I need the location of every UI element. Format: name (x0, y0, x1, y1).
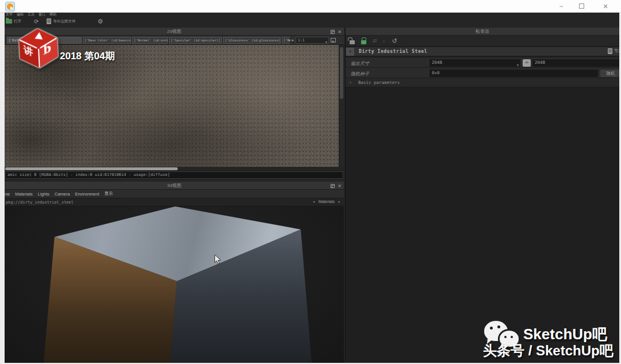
menu-scene[interactable]: Scene (5, 191, 10, 197)
window-titlebar: − ✕ (0, 0, 621, 13)
menu-window[interactable]: 窗口 (39, 12, 45, 17)
close-button[interactable]: ✕ (600, 2, 611, 11)
materials-dropdown[interactable]: ▼ Materials ▼ (313, 200, 340, 204)
maximize-button[interactable] (579, 3, 584, 9)
basic-parameters-label: Basic parameters (358, 80, 400, 85)
menu-camera[interactable]: Camera (55, 191, 70, 197)
randomize-button[interactable]: 随机 (600, 70, 619, 77)
minimize-button[interactable]: − (555, 2, 567, 11)
chevron-down-icon: ▼ (338, 200, 340, 204)
float-panel-icon[interactable] (331, 30, 335, 34)
play-icon (7, 3, 13, 10)
horizontal-scrollbar-thumb[interactable] (5, 167, 178, 170)
graph-header: ▾ Dirty Industrial Steel 导出 (346, 47, 619, 56)
view3d-menu-bar: Scene Materials Lights Camera Environmen… (5, 190, 344, 198)
channel-diffuse-button[interactable]: ['Diffuse' (id:diffuse)] (7, 37, 82, 44)
texture-status-bar: amic size) 0 [RGBA-8bits] - index:0 uid:… (5, 171, 344, 179)
graph-name: Dirty Industrial Steel (359, 49, 427, 54)
menu-help[interactable]: 帮助 (49, 12, 56, 17)
refresh-icon[interactable]: ⟳ (34, 18, 39, 25)
output-height-dropdown[interactable]: 2048 (532, 59, 619, 67)
channel-glossiness-button[interactable]: ['Glossiness' (id:glossiness)] (223, 37, 281, 44)
export-doc-icon (608, 48, 612, 54)
mouse-cursor (214, 254, 221, 265)
random-seed-field[interactable]: 0x0 (430, 70, 598, 77)
main-toolbar: 打开 ⟳ 导出位图文件 ⚙ (6, 17, 293, 26)
player-app-icon (5, 2, 15, 12)
open-folder-icon[interactable] (6, 19, 12, 24)
channel-normal-button[interactable]: ['Normal' (id:normal)] (132, 37, 168, 44)
material-path: pkg://dirty_industrial_steel (6, 200, 74, 205)
menu-environment[interactable]: Environment (75, 191, 99, 197)
menu-materials[interactable]: Materials (15, 191, 32, 197)
play-disabled-icon: ▸ (384, 39, 386, 44)
inspector-toolbar: ⇄ ▸ ↺ (346, 36, 619, 47)
view3d-titlebar[interactable]: 3d视图 ✕ (5, 182, 344, 190)
settings-gear-icon[interactable]: ⚙ (97, 18, 103, 25)
output-size-row: 输出尺寸 2048 ▼ ∞ 2048 (346, 58, 619, 68)
inspector-titlebar[interactable]: 检查器 (346, 28, 619, 36)
swap-icon[interactable]: ⇄ (373, 38, 377, 44)
menu-edit[interactable]: 编辑 (17, 12, 24, 17)
next-channel-icon[interactable]: ▸ (292, 38, 294, 43)
export-label: 导出 (614, 48, 619, 54)
view2d-title: 2d视图 (167, 29, 182, 34)
close-panel-icon[interactable]: ✕ (338, 183, 342, 189)
view2d-titlebar[interactable]: 2d视图 ✕ (5, 28, 344, 36)
random-seed-value: 0x0 (432, 70, 440, 75)
basic-parameters-section[interactable]: › Basic parameters (346, 78, 619, 87)
menu-display[interactable]: 显示 (105, 191, 113, 197)
inspector-title: 检查器 (476, 29, 489, 34)
chevron-down-icon: ▼ (313, 200, 316, 204)
output-height-value: 2048 (535, 60, 545, 65)
export-button[interactable]: 导出 (608, 48, 619, 54)
chevron-down-icon: ▼ (325, 39, 327, 45)
texture-status-text: amic size) 0 [RGBA-8bits] - index:0 uid:… (5, 171, 343, 179)
vertical-scrollbar[interactable] (339, 45, 344, 167)
output-width-dropdown[interactable]: 2048 ▼ (430, 59, 520, 67)
screen: − ✕ 文件 编辑 工具 窗口 帮助 打开 ⟳ 导出位图文件 ⚙ 2d视图 ✕ … (0, 0, 621, 364)
random-seed-row: 随机种子 0x0 随机 (346, 68, 619, 78)
output-width-value: 2048 (432, 60, 442, 65)
chevron-right-icon: › (350, 80, 351, 85)
float-panel-icon[interactable] (331, 184, 335, 188)
menu-file[interactable]: 文件 (6, 12, 13, 17)
channel-bar: ['Diffuse' (id:diffuse)] ['Base Color' (… (5, 36, 344, 45)
materials-label: Materials (319, 200, 335, 204)
export-bitmap-icon[interactable] (47, 18, 51, 24)
channel-basecolor-button[interactable]: ['Base Color' (id:basecolor)] (83, 37, 131, 44)
export-bitmap-button[interactable]: 导出位图文件 (53, 19, 75, 24)
view3d-title: 3d视图 (167, 183, 182, 188)
inspector-panel: 检查器 ⇄ ▸ ↺ ▾ Dirty Industrial Steel 导出 输出… (345, 28, 619, 363)
output-size-label: 输出尺寸 (351, 60, 369, 67)
reset-icon[interactable]: ↺ (392, 37, 397, 45)
texture-2d-viewport[interactable] (5, 45, 339, 167)
zoom-level-dropdown[interactable]: 1:1 ▼ (296, 37, 329, 44)
zoom-level-value: 1:1 (298, 38, 305, 43)
link-size-button[interactable]: ∞ (523, 59, 531, 67)
menu-tools[interactable]: 工具 (28, 12, 34, 17)
image-options-icon[interactable] (331, 38, 336, 43)
random-seed-label: 随机种子 (351, 71, 369, 77)
collapse-toggle[interactable]: ▾ (346, 48, 354, 56)
open-button[interactable]: 打开 (14, 19, 21, 24)
channel-specular-button[interactable]: ['Specular' (id:specular)] (169, 37, 222, 44)
vertical-scrollbar-thumb[interactable] (340, 47, 343, 99)
menu-lights[interactable]: Lights (38, 191, 49, 197)
lock-closed-icon[interactable] (361, 40, 366, 44)
prev-channel-icon[interactable]: ◂ (288, 38, 290, 43)
close-panel-icon[interactable]: ✕ (338, 29, 342, 35)
lock-open-icon[interactable] (350, 40, 355, 44)
menu-bar: 文件 编辑 工具 窗口 帮助 (6, 12, 236, 17)
horizontal-scrollbar[interactable] (5, 167, 344, 171)
viewport-3d[interactable] (5, 206, 344, 363)
material-bar: pkg://dirty_industrial_steel ▼ Materials… (5, 198, 344, 206)
